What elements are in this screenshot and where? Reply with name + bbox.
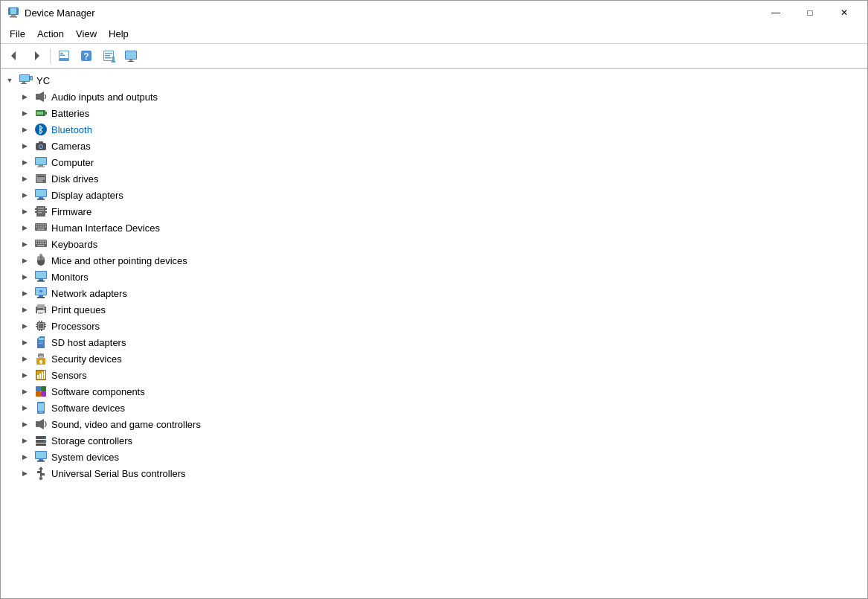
cameras-expand-icon: ▶ [19, 140, 30, 152]
svg-rect-88 [37, 256, 41, 260]
content-area[interactable]: ▼ YC ▶ [1, 69, 867, 598]
svg-rect-84 [45, 243, 46, 244]
svg-rect-94 [37, 281, 45, 282]
tree-item-disk[interactable]: ▶ Disk drives [1, 170, 867, 187]
forward-button[interactable] [26, 46, 47, 65]
tree-item-system[interactable]: ▶ System devices [1, 449, 867, 465]
storage-icon [33, 433, 48, 448]
security-icon [33, 351, 48, 366]
software-components-label: Software components [51, 386, 145, 397]
security-label: Security devices [51, 353, 122, 365]
audio-expand-icon: ▶ [19, 91, 30, 103]
svg-rect-48 [37, 176, 45, 177]
tree-view-button[interactable] [54, 46, 74, 65]
tree-item-computer[interactable]: ▶ Computer [1, 154, 867, 170]
firmware-icon [33, 204, 48, 219]
tree-item-software-components[interactable]: ▶ Software components [1, 383, 867, 400]
tree-item-hid[interactable]: ▶ [1, 220, 867, 236]
svg-marker-150 [39, 467, 43, 470]
svg-rect-110 [36, 326, 37, 327]
tree-item-sd[interactable]: ▶ SD host adapters [1, 334, 867, 350]
tree-item-mice[interactable]: ▶ Mice and other pointing devices [1, 252, 867, 269]
tree-item-sensors[interactable]: ▶ Sensors [1, 367, 867, 383]
svg-rect-56 [38, 210, 44, 211]
properties-button[interactable] [98, 46, 119, 65]
close-button[interactable]: ✕ [827, 1, 861, 25]
monitor-button[interactable] [120, 46, 141, 65]
computer-expand-icon: ▶ [19, 156, 30, 168]
tree-item-cameras[interactable]: ▶ Cameras [1, 138, 867, 154]
help-button[interactable]: ? [76, 46, 97, 65]
processors-icon [33, 318, 48, 333]
svg-rect-63 [36, 224, 37, 225]
svg-rect-117 [39, 338, 44, 340]
tree-item-usb[interactable]: ▶ Universal Serial Bus controllers [1, 465, 867, 481]
svg-rect-116 [41, 330, 42, 331]
tree-item-storage[interactable]: ▶ Storage controllers [1, 432, 867, 449]
svg-rect-104 [38, 313, 42, 314]
tree-item-processors[interactable]: ▶ Process [1, 318, 867, 334]
svg-rect-133 [36, 391, 41, 397]
svg-rect-82 [40, 243, 42, 244]
svg-rect-109 [36, 324, 37, 325]
svg-rect-17 [105, 55, 110, 57]
svg-marker-32 [39, 92, 44, 102]
svg-rect-66 [42, 224, 44, 225]
tree-item-print[interactable]: ▶ Print queues [1, 301, 867, 318]
audio-label: Audio inputs and outputs [51, 92, 158, 103]
svg-rect-3 [10, 16, 17, 18]
svg-rect-61 [45, 211, 47, 213]
print-icon [33, 302, 48, 317]
svg-rect-132 [41, 386, 46, 391]
svg-text:ᛒ: ᛒ [38, 124, 44, 135]
svg-rect-142 [44, 437, 45, 438]
back-button[interactable] [4, 46, 25, 65]
network-icon [33, 286, 48, 301]
tree-item-bluetooth[interactable]: ▶ ᛒ Bluetooth [1, 121, 867, 138]
svg-rect-148 [37, 461, 45, 462]
disk-icon [33, 171, 48, 186]
keyboards-label: Keyboards [51, 239, 97, 250]
minimize-button[interactable]: — [759, 1, 793, 25]
svg-rect-127 [37, 375, 39, 379]
menu-file[interactable]: File [4, 26, 31, 42]
svg-rect-113 [39, 321, 40, 322]
tree-item-monitors[interactable]: ▶ Monitors [1, 269, 867, 285]
svg-rect-118 [39, 342, 43, 342]
batteries-icon [33, 106, 48, 121]
svg-rect-73 [37, 228, 45, 230]
system-expand-icon: ▶ [19, 451, 30, 463]
device-manager-window: Device Manager — □ ✕ File Action View He… [0, 0, 868, 599]
svg-rect-105 [43, 308, 45, 310]
svg-rect-90 [39, 254, 42, 257]
root-expand-icon: ▼ [4, 74, 16, 86]
svg-rect-11 [62, 60, 63, 61]
svg-rect-10 [59, 59, 69, 61]
svg-rect-144 [36, 443, 46, 446]
svg-rect-98 [37, 297, 45, 298]
svg-rect-97 [39, 295, 43, 297]
tree-root-item[interactable]: ▼ YC [1, 72, 867, 89]
menu-view[interactable]: View [70, 26, 103, 42]
usb-label: Universal Serial Bus controllers [51, 468, 186, 479]
svg-point-49 [43, 180, 45, 182]
tree-item-network[interactable]: ▶ Network adapters [1, 285, 867, 301]
maximize-button[interactable]: □ [793, 1, 827, 25]
tree-item-security[interactable]: ▶ Security devices [1, 350, 867, 367]
svg-rect-147 [39, 459, 43, 461]
tree-item-display[interactable]: ▶ Display adapters [1, 187, 867, 203]
tree-item-keyboards[interactable]: ▶ [1, 236, 867, 252]
computer-label: Computer [51, 157, 94, 168]
tree-item-firmware[interactable]: ▶ Firmware [1, 203, 867, 220]
firmware-label: Firmware [51, 206, 91, 217]
root-label: YC [36, 75, 50, 86]
tree-item-audio[interactable]: ▶ Audio inputs and outputs [1, 89, 867, 105]
menu-help[interactable]: Help [103, 26, 135, 42]
tree-item-batteries[interactable]: ▶ Batteries [1, 105, 867, 121]
system-icon [33, 449, 48, 464]
tree-item-software-devices[interactable]: ▶ Software devices [1, 400, 867, 416]
tree-item-sound[interactable]: ▶ Sound, video and game controllers [1, 416, 867, 432]
menu-action[interactable]: Action [31, 26, 70, 42]
software-devices-label: Software devices [51, 403, 125, 414]
svg-rect-76 [38, 240, 39, 242]
